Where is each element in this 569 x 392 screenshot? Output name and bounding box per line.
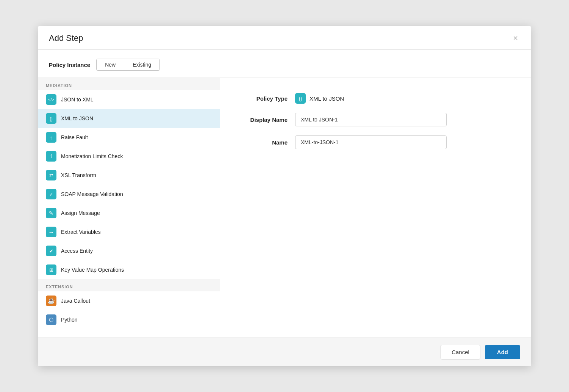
java-callout-label: Java Callout — [61, 298, 90, 304]
policy-type-row: Policy Type {} XML to JSON — [238, 93, 513, 104]
json-to-xml-icon: </> — [46, 94, 56, 105]
policy-type-text: XML to JSON — [310, 95, 344, 102]
policy-item-json-to-xml[interactable]: </> JSON to XML — [38, 90, 220, 109]
display-name-label: Display Name — [238, 117, 288, 123]
display-name-row: Display Name — [238, 113, 513, 126]
raise-fault-icon: ↑ — [46, 132, 56, 143]
policy-item-soap-validation[interactable]: ✓ SOAP Message Validation — [38, 185, 220, 204]
assign-message-icon: ✎ — [46, 208, 56, 218]
monetization-icon: ⤴ — [46, 151, 56, 162]
access-entity-icon: ✔ — [46, 246, 56, 256]
section-label-extension: EXTENSION — [38, 279, 220, 291]
policy-type-label: Policy Type — [238, 95, 288, 102]
json-to-xml-label: JSON to XML — [61, 96, 94, 103]
key-value-map-icon: ⊞ — [46, 264, 56, 275]
name-row: Name — [238, 135, 513, 149]
policy-item-key-value-map[interactable]: ⊞ Key Value Map Operations — [38, 260, 220, 279]
extract-variables-icon: → — [46, 227, 56, 237]
right-panel: Policy Type {} XML to JSON Display Name … — [220, 78, 531, 338]
left-panel: MEDIATION </> JSON to XML {} XML to JSON… — [38, 78, 220, 338]
policy-type-value: {} XML to JSON — [295, 93, 344, 104]
key-value-map-label: Key Value Map Operations — [61, 267, 124, 273]
policy-instance-row: Policy Instance New Existing — [38, 50, 531, 78]
access-entity-label: Access Entity — [61, 248, 93, 254]
xml-to-json-label: XML to JSON — [61, 115, 93, 121]
monetization-label: Monetization Limits Check — [61, 153, 123, 159]
policy-type-icon: {} — [295, 93, 306, 104]
section-label-mediation: MEDIATION — [38, 78, 220, 90]
dialog-footer: Cancel Add — [38, 338, 531, 366]
policy-item-python[interactable]: ⬡ Python — [38, 310, 220, 329]
policy-item-java-callout[interactable]: ☕ Java Callout — [38, 291, 220, 310]
content-area: MEDIATION </> JSON to XML {} XML to JSON… — [38, 78, 531, 338]
raise-fault-label: Raise Fault — [61, 134, 88, 140]
xsl-transform-label: XSL Transform — [61, 172, 96, 178]
name-label: Name — [238, 139, 288, 146]
xsl-transform-icon: ⇄ — [46, 170, 56, 180]
assign-message-label: Assign Message — [61, 210, 100, 216]
xml-to-json-icon: {} — [46, 113, 56, 124]
display-name-input[interactable] — [295, 113, 447, 126]
policy-instance-label: Policy Instance — [49, 62, 90, 68]
dialog-body: Policy Instance New Existing MEDIATION <… — [38, 50, 531, 338]
soap-validation-label: SOAP Message Validation — [61, 191, 123, 197]
python-icon: ⬡ — [46, 314, 56, 325]
soap-validation-icon: ✓ — [46, 189, 56, 199]
java-callout-icon: ☕ — [46, 296, 56, 306]
toggle-existing-button[interactable]: Existing — [124, 59, 159, 70]
close-button[interactable]: × — [511, 33, 520, 43]
add-button[interactable]: Add — [485, 345, 520, 359]
python-label: Python — [61, 317, 78, 323]
toggle-new-button[interactable]: New — [97, 59, 124, 70]
cancel-button[interactable]: Cancel — [441, 345, 480, 359]
policy-item-raise-fault[interactable]: ↑ Raise Fault — [38, 128, 220, 147]
dialog-header: Add Step × — [38, 26, 531, 50]
policy-instance-toggle-group: New Existing — [96, 59, 160, 71]
extract-variables-label: Extract Variables — [61, 229, 101, 235]
dialog-title: Add Step — [49, 33, 83, 43]
add-step-dialog: Add Step × Policy Instance New Existing … — [38, 26, 531, 366]
policy-item-assign-message[interactable]: ✎ Assign Message — [38, 204, 220, 222]
policy-item-xml-to-json[interactable]: {} XML to JSON — [38, 109, 220, 128]
policy-item-extract-variables[interactable]: → Extract Variables — [38, 222, 220, 241]
policy-item-monetization[interactable]: ⤴ Monetization Limits Check — [38, 147, 220, 166]
name-input[interactable] — [295, 135, 447, 149]
policy-item-access-entity[interactable]: ✔ Access Entity — [38, 241, 220, 260]
policy-item-xsl-transform[interactable]: ⇄ XSL Transform — [38, 166, 220, 185]
